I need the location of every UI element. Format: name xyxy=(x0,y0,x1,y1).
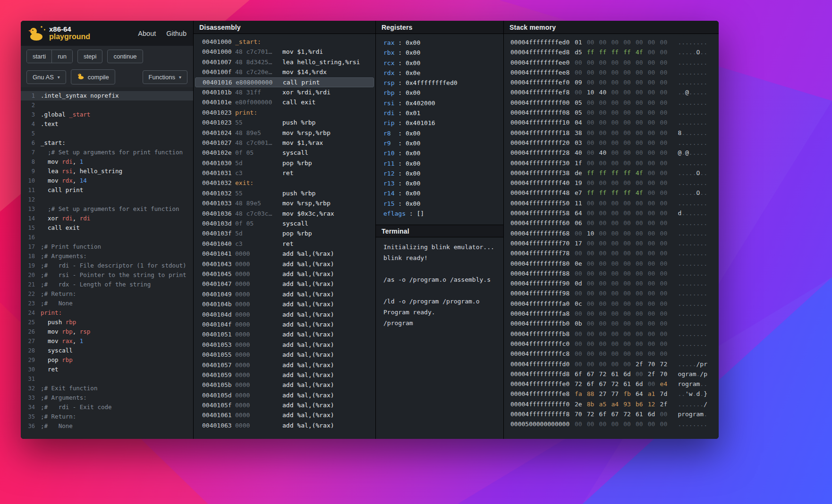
functions-select[interactable]: Functions ▾ xyxy=(143,70,187,84)
stack-byte: 6d xyxy=(623,369,636,379)
disassembly-row[interactable]: 004010550000add %al,(%rax) xyxy=(194,350,375,360)
disassembly-row[interactable]: 0040103f5dpop %rbp xyxy=(194,228,375,238)
compile-button[interactable]: compile xyxy=(71,69,115,84)
disassembly-row[interactable]: 0040105b0000add %al,(%rax) xyxy=(194,380,375,390)
stack-row: 00004fffffffffe8fa882777fb64a17d..'w.d.} xyxy=(510,389,719,399)
disassembly-row[interactable]: 00401016e808000000call print xyxy=(195,77,374,87)
ascii-char: . xyxy=(693,149,696,156)
editor-line: 28 syscall xyxy=(21,346,193,355)
editor-line: 27 mov rax, 1 xyxy=(21,336,193,346)
disassembly-label-row[interactable]: 00401000_start: xyxy=(194,37,375,47)
disassembly-row[interactable]: 004010430000add %al,(%rax) xyxy=(194,259,375,269)
disassembly-row[interactable]: 0040103255push %rbp xyxy=(194,188,375,198)
disassembly-row[interactable]: 0040101b48 31ffxor %rdi,%rdi xyxy=(194,87,375,97)
stack-address: 00004fffffffff08 xyxy=(510,108,571,118)
disassembly-row[interactable]: 004010590000add %al,(%rax) xyxy=(194,370,375,380)
disassembly-row[interactable]: 0040104f0000add %al,(%rax) xyxy=(194,319,375,329)
code-token: , xyxy=(73,215,80,222)
disassembly-label-row[interactable]: 00401023print: xyxy=(194,108,375,118)
disassembly-row[interactable]: 0040103348 89e5mov %rsp,%rbp xyxy=(194,198,375,208)
stack-byte: 00 xyxy=(660,309,672,319)
code-token: _start xyxy=(69,111,90,118)
disassembly-row[interactable]: 0040102355push %rbp xyxy=(194,118,375,127)
disassembly-row[interactable]: 004010410000add %al,(%rax) xyxy=(194,249,375,259)
ascii-char: . xyxy=(681,179,685,186)
disassembly-row[interactable]: 0040102e0f 05syscall xyxy=(194,148,375,158)
disassembly-label: _start: xyxy=(235,37,261,47)
ascii-char: . xyxy=(700,260,704,267)
stepi-button[interactable]: stepi xyxy=(77,50,102,63)
stack-byte: 00 xyxy=(611,148,623,158)
github-link[interactable]: Github xyxy=(166,30,187,37)
disassembly-row[interactable]: 004010305dpop %rbp xyxy=(194,158,375,168)
disassembly-row[interactable]: 004010510000add %al,(%rax) xyxy=(194,329,375,339)
ascii-char: . xyxy=(681,149,685,156)
stack-byte: 00 xyxy=(660,87,672,97)
line-number: 33 xyxy=(21,393,35,403)
disassembly-row[interactable]: 004010450000add %al,(%rax) xyxy=(194,269,375,279)
stack-byte: 00 xyxy=(623,419,636,429)
stack-byte: 00 xyxy=(623,228,636,238)
continue-button[interactable]: continue xyxy=(107,50,143,63)
editor-line-code: ret xyxy=(41,365,59,374)
disassembly-instruction: mov %rsp,%rbp xyxy=(282,128,331,138)
disassembly-row[interactable]: 004010570000add %al,(%rax) xyxy=(194,360,375,370)
disassembly-row[interactable]: 0040102748 c7c001…mov $1,%rax xyxy=(194,138,375,148)
stack-address: 00004fffffffff40 xyxy=(510,178,571,188)
ascii-char: . xyxy=(700,270,704,277)
stack-address: 00004ffffffffee0 xyxy=(510,58,571,67)
about-link[interactable]: About xyxy=(138,30,156,37)
editor-line: 33;# Arguments: xyxy=(21,393,193,403)
stack-row: 00004fffffffff586400000000000000d....... xyxy=(510,208,719,218)
stack-byte: 11 xyxy=(575,198,587,208)
disassembly-bytes: 0000 xyxy=(235,410,282,420)
starti-button[interactable]: starti xyxy=(27,50,51,63)
disassembly-row[interactable]: 0040101ee80f000000call exit xyxy=(194,97,375,107)
disassembly-row[interactable]: 0040102448 89e5mov %rsp,%rbp xyxy=(194,128,375,138)
stack-address: 00004ffffffffee8 xyxy=(510,67,571,77)
disassembly-row[interactable]: 0040100048 c7c701…mov $1,%rdi xyxy=(194,47,375,57)
stack-byte: 00 xyxy=(575,58,587,67)
ascii-char: . xyxy=(700,250,704,257)
disassembly-row[interactable]: 0040105f0000add %al,(%rax) xyxy=(194,400,375,410)
ascii-char: . xyxy=(689,340,693,347)
code-editor[interactable]: 1.intel_syntax noprefix23.global _start4… xyxy=(21,87,193,439)
register-value: 0x00 xyxy=(406,150,420,157)
disassembly-label: print: xyxy=(235,108,257,118)
disassembly-label-row[interactable]: 00401032exit: xyxy=(194,178,375,188)
line-number: 19 xyxy=(21,261,35,270)
disassembly-row[interactable]: 0040104d0000add %al,(%rax) xyxy=(194,310,375,319)
run-button[interactable]: run xyxy=(51,50,72,63)
disassembly-row[interactable]: 004010490000add %al,(%rax) xyxy=(194,289,375,299)
disassembly-row[interactable]: 0040100f48 c7c20e…mov $14,%rdx xyxy=(194,67,375,77)
stack-byte: 00 xyxy=(611,228,623,238)
stack-ascii: ........ xyxy=(678,248,707,258)
disassembly-row[interactable]: 0040105d0000add %al,(%rax) xyxy=(194,390,375,400)
ascii-char: . xyxy=(685,310,689,317)
stack-byte: 00 xyxy=(648,58,660,67)
disassembly-row[interactable]: 0040104b0000add %al,(%rax) xyxy=(194,299,375,309)
disassembly-row[interactable]: 004010530000add %al,(%rax) xyxy=(194,340,375,350)
register-name: rbx xyxy=(383,48,394,58)
register-row: rdi : 0x01 xyxy=(383,108,503,118)
disassembly-row[interactable]: 0040100748 8d3425…lea hello_string,%rsi xyxy=(194,57,375,67)
assembler-select[interactable]: Gnu AS ▾ xyxy=(26,70,66,84)
editor-column: x86-64 playground About Github starti ru… xyxy=(21,21,193,439)
disassembly-row[interactable]: 004010470000add %al,(%rax) xyxy=(194,279,375,289)
code-token: rax xyxy=(62,337,73,344)
disassembly-row[interactable]: 004010630000add %al,(%rax) xyxy=(194,420,375,430)
disassembly-row[interactable]: 004010610000add %al,(%rax) xyxy=(194,410,375,420)
stack-byte: 67 xyxy=(611,409,623,419)
disassembly-row[interactable]: 00401040c3ret xyxy=(194,239,375,249)
disassembly-row[interactable]: 00401031c3ret xyxy=(194,168,375,178)
disassembly-row[interactable]: 0040103648 c7c03c…mov $0x3c,%rax xyxy=(194,209,375,218)
stack-ascii: ........ xyxy=(678,259,707,269)
stack-byte: 00 xyxy=(611,278,623,288)
disassembly-row[interactable]: 0040103d0f 05syscall xyxy=(194,218,375,228)
stack-byte: 00 xyxy=(623,98,636,108)
terminal-output[interactable]: Initializing blink emulator...blink read… xyxy=(376,237,503,439)
register-row: r8 : 0x00 xyxy=(383,128,503,138)
ascii-char: . xyxy=(681,290,685,297)
ascii-char: . xyxy=(689,139,693,146)
ascii-char: . xyxy=(704,270,707,277)
